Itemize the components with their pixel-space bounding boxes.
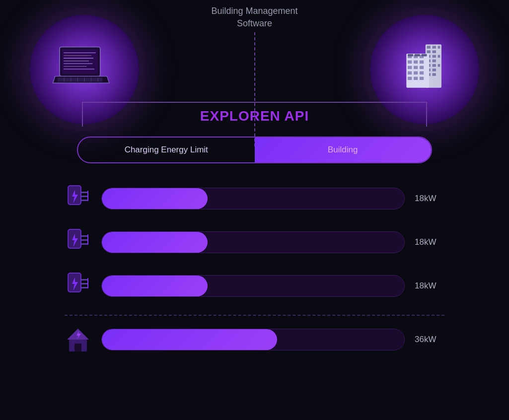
svg-rect-62 [81,243,88,245]
svg-rect-51 [408,54,413,57]
svg-rect-53 [422,54,427,57]
svg-rect-34 [433,73,436,76]
svg-rect-67 [81,287,88,288]
bms-label: Building Management Software [211,5,297,30]
svg-rect-44 [420,66,424,69]
house-icon [65,325,91,354]
svg-rect-18 [427,46,431,49]
progress-fill-3 [102,276,208,296]
svg-rect-22 [433,51,436,54]
charger-icon-1 [65,184,91,213]
svg-rect-49 [414,77,418,80]
charger-row-2: 18kW [65,227,444,257]
svg-rect-39 [408,61,412,64]
pill-bar: Charging Energy Limit Building [77,137,432,163]
svg-rect-52 [415,54,420,57]
charger-icon-3 [65,271,91,301]
progress-fill-2 [102,232,208,253]
charger-icon-2 [65,227,91,257]
building-circle [370,15,479,124]
svg-rect-47 [420,71,424,74]
building-tower-icon [392,42,457,97]
house-row: 36kW [65,325,444,354]
progress-bar-building [101,329,405,350]
svg-rect-60 [81,235,88,237]
pill-building-label: Building [255,138,432,162]
svg-rect-68 [87,278,88,288]
svg-rect-65 [81,279,88,280]
svg-rect-55 [81,192,88,193]
svg-rect-30 [438,64,440,67]
svg-rect-61 [81,239,88,241]
vertical-connector-line [254,32,255,146]
pill-charging-label: Charging Energy Limit [78,138,255,162]
svg-rect-29 [433,64,436,67]
svg-rect-58 [87,191,88,201]
bottom-section: 18kW 18kW [65,184,444,354]
svg-rect-42 [408,66,412,69]
svg-rect-27 [433,60,436,63]
svg-rect-66 [81,283,88,284]
kw-label-3: 18kW [415,281,444,291]
svg-rect-24 [433,55,436,58]
kw-label-2: 18kW [415,237,444,247]
kw-label-building: 36kW [415,335,444,345]
separator-line [65,315,444,316]
progress-bar-3 [101,275,405,297]
bracket-left-vertical [82,102,83,127]
svg-rect-45 [408,71,412,74]
svg-rect-48 [408,77,412,80]
svg-rect-25 [438,55,440,58]
svg-rect-21 [427,51,431,54]
svg-rect-41 [420,61,424,64]
api-title: EXPLOREN API [200,108,309,124]
svg-rect-35 [406,54,429,88]
bracket-right-vertical [426,102,427,127]
progress-fill-1 [102,188,208,209]
svg-rect-40 [414,61,418,64]
svg-rect-50 [420,77,424,80]
kw-label-1: 18kW [415,194,444,204]
laptop-icon [52,45,117,94]
svg-rect-32 [433,69,436,71]
progress-bar-1 [101,188,405,210]
charger-row-3: 18kW [65,271,444,301]
svg-rect-20 [438,46,440,49]
svg-rect-57 [81,200,88,201]
top-section: Building Management Software EXPLOREN AP… [0,0,509,149]
main-container: Building Management Software EXPLOREN AP… [0,0,509,420]
svg-rect-56 [81,196,88,197]
svg-rect-19 [433,46,436,49]
charger-row-1: 18kW [65,184,444,213]
progress-fill-building [102,329,277,350]
svg-rect-46 [414,71,418,74]
svg-rect-43 [414,66,418,69]
laptop-circle [30,15,139,124]
svg-rect-71 [74,344,81,351]
progress-bar-2 [101,231,405,253]
svg-rect-63 [87,234,88,245]
